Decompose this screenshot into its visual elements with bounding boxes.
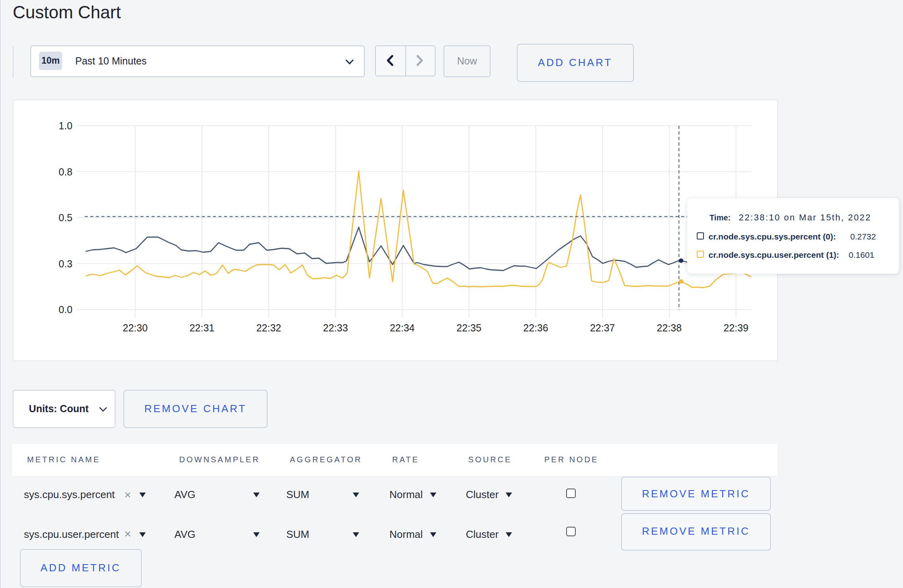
svg-text:22:31: 22:31 [189, 322, 214, 333]
svg-text:1.0: 1.0 [58, 120, 72, 131]
svg-text:22:35: 22:35 [456, 322, 481, 333]
svg-text:22:38: 22:38 [657, 322, 682, 333]
svg-text:0.0: 0.0 [58, 304, 72, 315]
svg-text:0.8: 0.8 [58, 166, 72, 177]
svg-text:22:34: 22:34 [389, 322, 414, 333]
svg-text:22:37: 22:37 [590, 322, 615, 333]
svg-text:22:33: 22:33 [322, 322, 348, 333]
svg-text:22:32: 22:32 [256, 322, 281, 333]
svg-text:22:30: 22:30 [122, 322, 147, 333]
svg-text:22:36: 22:36 [523, 322, 548, 333]
svg-text:22:39: 22:39 [723, 322, 748, 333]
svg-text:0.3: 0.3 [58, 258, 72, 269]
svg-text:0.5: 0.5 [58, 212, 72, 223]
